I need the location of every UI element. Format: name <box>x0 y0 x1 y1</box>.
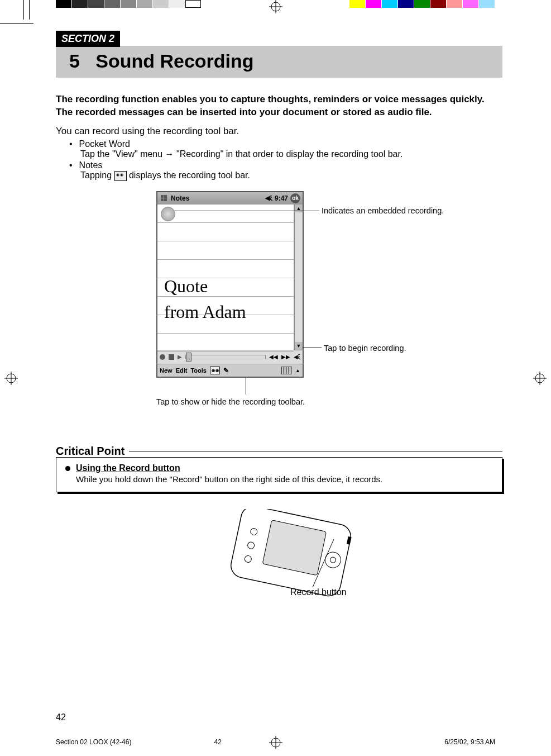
crop-mark <box>29 0 30 20</box>
chevron-up-icon[interactable]: ▲ <box>295 368 300 373</box>
bullet-sub: Tap the "View" menu → "Recording" in tha… <box>80 149 502 159</box>
bullet-sub: Tapping displays the recording tool bar. <box>80 170 502 181</box>
menu-edit[interactable]: Edit <box>176 367 188 374</box>
callout-embedded: Indicates an embedded recording. <box>322 206 444 216</box>
chapter-title: Sound Recording <box>95 50 253 72</box>
record-button[interactable] <box>160 354 165 360</box>
speaker-icon: ◀ξ <box>265 194 272 202</box>
screenshot-figure: Notes ◀ξ 9:47 ok Quote from Adam ▲ ▼ <box>156 191 469 426</box>
heading-rule <box>129 451 502 451</box>
svg-rect-14 <box>161 198 164 201</box>
ok-button[interactable]: ok <box>290 193 300 203</box>
device-illustration: Record button <box>195 509 363 610</box>
notes-app-screenshot: Notes ◀ξ 9:47 ok Quote from Adam ▲ ▼ <box>156 191 304 378</box>
registration-mark-icon <box>533 372 547 385</box>
bullet-heading: Notes <box>79 160 103 170</box>
callout-line <box>303 348 322 348</box>
svg-rect-12 <box>161 195 164 198</box>
page-title: 5 Sound Recording <box>69 50 496 72</box>
clock-time: 9:47 <box>275 194 288 202</box>
list-item: Notes Tapping displays the recording too… <box>69 160 502 181</box>
crop-mark <box>0 23 33 24</box>
critical-heading: Critical Point <box>56 445 124 458</box>
toggle-recording-toolbar-icon[interactable] <box>210 367 220 374</box>
callout-begin: Tap to begin recording. <box>324 343 406 353</box>
callout-line <box>174 211 319 211</box>
scrollbar[interactable]: ▲ ▼ <box>294 205 303 350</box>
volume-icon[interactable]: ◀ξ <box>294 354 300 360</box>
handwritten-text: Quote <box>164 273 208 299</box>
svg-rect-13 <box>164 195 167 198</box>
registration-mark-icon <box>269 0 282 13</box>
section-tab: SECTION 2 <box>56 31 120 47</box>
crop-mark <box>23 0 24 20</box>
app-title: Notes <box>171 194 189 202</box>
bullet-dot-icon <box>65 466 70 471</box>
footer-left: Section 02 LOOX (42-46) <box>56 738 131 746</box>
footer: Section 02 LOOX (42-46) 42 6/25/02, 9:53… <box>56 738 495 746</box>
start-flag-icon <box>160 194 169 203</box>
menu-tools[interactable]: Tools <box>190 367 207 374</box>
scroll-down-icon[interactable]: ▼ <box>295 342 303 350</box>
pen-icon[interactable]: ✎ <box>223 367 229 374</box>
tape-icon <box>114 171 127 181</box>
body-lead: You can record using the recording tool … <box>56 126 502 137</box>
callout-line <box>246 378 246 394</box>
critical-point-section: Critical Point Using the Record button W… <box>56 445 502 492</box>
handwritten-text: from Adam <box>164 298 246 325</box>
footer-right: 6/25/02, 9:53 AM <box>444 738 495 746</box>
callout-toolbar: Tap to show or hide the recording toolba… <box>156 397 305 407</box>
footer-center: 42 <box>214 738 337 746</box>
critical-item-title: Using the Record button <box>76 463 382 473</box>
page-number: 42 <box>56 712 66 722</box>
menu-bar: New Edit Tools ✎ ▲ <box>157 364 303 377</box>
bullet-heading: Pocket Word <box>79 139 130 149</box>
window-titlebar: Notes ◀ξ 9:47 ok <box>157 192 303 205</box>
device-label: Record button <box>290 587 347 597</box>
stop-button[interactable] <box>169 354 174 360</box>
keyboard-icon[interactable] <box>281 367 292 374</box>
menu-new[interactable]: New <box>160 367 173 374</box>
bullet-list: Pocket Word Tap the "View" menu → "Recor… <box>56 139 502 181</box>
color-bars-right <box>349 0 495 8</box>
registration-mark-icon <box>4 372 18 385</box>
progress-slider[interactable] <box>185 355 266 359</box>
chapter-number: 5 <box>69 50 80 72</box>
critical-item-body: While you hold down the "Record" button … <box>76 474 382 484</box>
next-track-icon[interactable]: ▶▶ <box>281 354 290 360</box>
list-item: Pocket Word Tap the "View" menu → "Recor… <box>69 139 502 159</box>
embedded-recording-icon[interactable] <box>161 207 175 221</box>
intro-paragraph: The recording function enables you to ca… <box>56 93 502 119</box>
title-bar: 5 Sound Recording <box>56 46 502 78</box>
color-bars-left <box>56 0 202 8</box>
prev-track-icon[interactable]: ◀◀ <box>269 354 278 360</box>
svg-rect-15 <box>164 198 167 201</box>
critical-box: Using the Record button While you hold d… <box>56 457 502 492</box>
notes-canvas[interactable]: Quote from Adam <box>157 205 294 350</box>
play-button[interactable]: ▶ <box>178 354 182 360</box>
